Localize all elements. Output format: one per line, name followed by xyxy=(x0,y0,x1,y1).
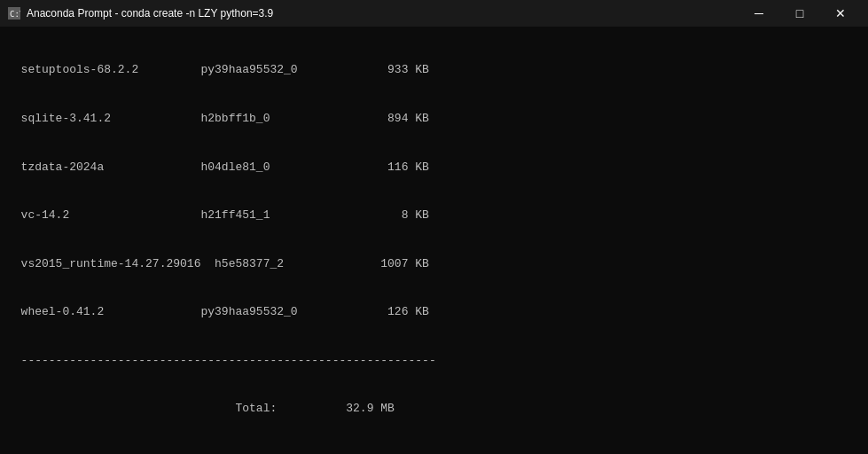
maximize-button[interactable]: □ xyxy=(779,0,820,27)
terminal-output: setuptools-68.2.2 py39haa95532_0 933 KB … xyxy=(0,27,868,454)
terminal-line: ----------------------------------------… xyxy=(7,353,861,369)
terminal-line: wheel-0.41.2 py39haa95532_0 126 KB xyxy=(7,304,861,320)
terminal-line: vc-14.2 h21ff451_1 8 KB xyxy=(7,207,861,223)
svg-text:C:\: C:\ xyxy=(10,10,20,19)
minimize-button[interactable]: ─ xyxy=(739,0,779,27)
close-button[interactable]: ✕ xyxy=(820,0,861,27)
title-bar: C:\ Anaconda Prompt - conda create -n LZ… xyxy=(0,0,868,27)
terminal-line: vs2015_runtime-14.27.29016 h5e58377_2 10… xyxy=(7,256,861,272)
terminal-line: tzdata-2024a h04dle81_0 116 KB xyxy=(7,160,861,176)
window-title: Anaconda Prompt - conda create -n LZY py… xyxy=(27,7,739,20)
terminal-line: Total: 32.9 MB xyxy=(7,401,861,417)
terminal-line: sqlite-3.41.2 h2bbff1b_0 894 KB xyxy=(7,111,861,127)
window-controls: ─ □ ✕ xyxy=(739,0,861,27)
terminal-line: setuptools-68.2.2 py39haa95532_0 933 KB xyxy=(7,62,861,78)
app-icon: C:\ xyxy=(7,6,21,20)
